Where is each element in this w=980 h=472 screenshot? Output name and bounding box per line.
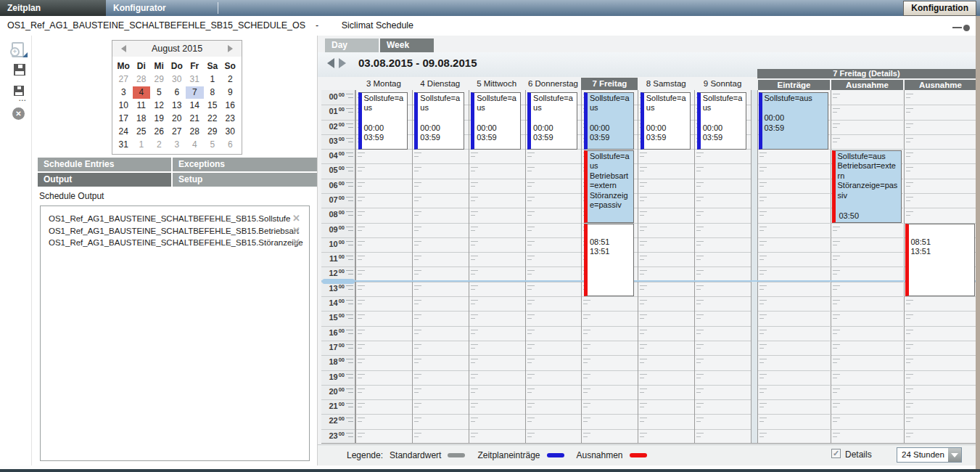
- calendar-day[interactable]: 27: [168, 126, 186, 138]
- day-header-2[interactable]: 4 Dienstag: [412, 78, 469, 90]
- delete-icon[interactable]: ✕: [12, 107, 25, 120]
- calendar-day[interactable]: 5: [150, 86, 168, 99]
- calendar-day[interactable]: 10: [115, 99, 133, 112]
- axis-tick: [348, 421, 353, 422]
- remove-output-icon[interactable]: ✕: [292, 225, 300, 237]
- schedule-entry[interactable]: Sollstufe=aus00:0003:59: [527, 92, 577, 150]
- calendar-day[interactable]: 25: [133, 126, 151, 138]
- calendar-day[interactable]: 30: [168, 73, 186, 86]
- day-header-7[interactable]: 9 Sonntag: [694, 78, 751, 90]
- calendar-day[interactable]: 23: [221, 113, 239, 125]
- grid-hour-line: [695, 193, 752, 194]
- time-axis-label: 1300: [329, 283, 345, 293]
- left-tab-output[interactable]: Output: [38, 173, 171, 187]
- schedule-entry[interactable]: Sollstufe=aus00:0003:59: [697, 92, 747, 150]
- calendar-day[interactable]: 5: [204, 139, 222, 151]
- calendar-day[interactable]: 28: [133, 73, 151, 86]
- konfiguration-button[interactable]: Konfiguration: [903, 1, 976, 16]
- calendar-day[interactable]: 9: [221, 86, 239, 99]
- new-schedule-icon[interactable]: +: [10, 42, 26, 58]
- calendar-day[interactable]: 31: [115, 139, 133, 151]
- details-checkbox[interactable]: ✓: [831, 449, 841, 458]
- calendar-day[interactable]: 2: [221, 73, 239, 86]
- calendar-day[interactable]: 24: [115, 126, 133, 138]
- calendar-day[interactable]: 4: [186, 139, 204, 151]
- calendar-day[interactable]: 17: [115, 113, 133, 125]
- output-list-item[interactable]: OS1_Ref_AG1_BAUSTEINE_SCHALTBEFEHLE_SB15…: [41, 213, 309, 225]
- calendar-day[interactable]: 6: [168, 86, 186, 99]
- calendar-day[interactable]: 13: [168, 99, 186, 112]
- axis-tick: [348, 378, 353, 378]
- calendar-day[interactable]: 30: [221, 126, 239, 138]
- left-tab-schedule-entries[interactable]: Schedule Entries: [38, 158, 171, 171]
- output-list-item[interactable]: OS1_Ref_AG1_BAUSTEINE_SCHALTBEFEHLE_SB15…: [41, 237, 309, 249]
- calendar-day[interactable]: 3: [168, 139, 186, 151]
- exception-entry[interactable]: Sollstufe=aus Betriebsart=extern Störanz…: [832, 150, 902, 223]
- calendar-day[interactable]: 6: [221, 139, 239, 151]
- time-range-dropdown[interactable]: 24 Stunden: [897, 447, 962, 463]
- schedule-output-label: Schedule Output: [39, 191, 104, 201]
- day-header-1[interactable]: 3 Montag: [355, 78, 412, 90]
- calendar-day[interactable]: 8: [204, 86, 222, 99]
- exception-entry[interactable]: 08:5113:51: [584, 224, 634, 296]
- halfhour-tick: [471, 289, 475, 290]
- schedule-entry[interactable]: Sollstufe=aus00:0003:59: [358, 92, 408, 150]
- pin-icon[interactable]: [952, 25, 970, 31]
- calendar-day[interactable]: 27: [115, 73, 133, 86]
- calendar-day[interactable]: 26: [150, 126, 168, 138]
- halfhour-tick: [640, 333, 644, 334]
- calendar-day[interactable]: 29: [204, 126, 222, 138]
- time-axis-label: 1700: [329, 342, 345, 351]
- day-header-3[interactable]: 5 Mittwoch: [469, 78, 525, 90]
- calendar-day[interactable]: 4: [133, 86, 151, 99]
- calendar-day[interactable]: 11: [133, 99, 151, 112]
- calendar-day[interactable]: 31: [186, 73, 204, 86]
- grid-hour-line: [758, 296, 830, 297]
- tab-week[interactable]: Week: [380, 38, 434, 52]
- schedule-entry[interactable]: Sollstufe=aus00:0003:59: [641, 92, 691, 150]
- calendar-day[interactable]: 14: [186, 99, 204, 112]
- prev-week-icon[interactable]: [327, 58, 334, 68]
- calendar-day[interactable]: 16: [221, 99, 239, 112]
- dropdown-button[interactable]: [948, 448, 961, 462]
- schedule-entry[interactable]: Sollstufe=aus00:0003:59: [584, 92, 634, 150]
- calendar-day[interactable]: 22: [204, 113, 222, 125]
- schedule-entry[interactable]: Sollstufe=aus00:0003:59: [414, 92, 464, 150]
- left-tab-setup[interactable]: Setup: [173, 173, 317, 187]
- calendar-day[interactable]: 19: [150, 113, 168, 125]
- detail-column-2[interactable]: [831, 90, 902, 444]
- day-header-4[interactable]: 6 Donnerstag: [525, 78, 582, 90]
- day-header-5[interactable]: 7 Freitag: [581, 78, 638, 90]
- day-header-6[interactable]: 8 Samstag: [638, 78, 694, 90]
- calendar-day[interactable]: 1: [133, 139, 151, 151]
- remove-output-icon[interactable]: ✕: [292, 213, 300, 225]
- calendar-day[interactable]: 7: [186, 86, 204, 99]
- save-icon[interactable]: [14, 64, 25, 76]
- exception-entry[interactable]: Sollstufe=aus Betriebsart=extern Störanz…: [584, 150, 634, 223]
- calendar-day[interactable]: 28: [186, 126, 204, 138]
- next-month-icon[interactable]: [228, 45, 233, 52]
- top-tab-zeitplan[interactable]: Zeitplan: [0, 0, 106, 16]
- save-as-icon[interactable]: [14, 86, 24, 96]
- calendar-day[interactable]: 3: [115, 86, 133, 99]
- top-tab-konfigurator[interactable]: Konfigurator: [106, 0, 212, 16]
- remove-output-icon[interactable]: ✕: [292, 237, 300, 249]
- calendar-day[interactable]: 1: [204, 73, 222, 86]
- halfhour-tick: [471, 200, 475, 201]
- calendar-day[interactable]: 29: [150, 73, 168, 86]
- halfhour-tick: [414, 407, 419, 407]
- calendar-day[interactable]: 18: [133, 113, 151, 125]
- exception-entry[interactable]: 08:5113:51: [905, 224, 975, 296]
- calendar-day[interactable]: 21: [186, 113, 204, 125]
- schedule-entry[interactable]: Sollstufe=aus00:0003:59: [759, 92, 828, 150]
- calendar-day[interactable]: 2: [150, 139, 168, 151]
- calendar-day[interactable]: 15: [204, 99, 222, 112]
- calendar-day[interactable]: 20: [168, 113, 186, 125]
- output-list-item[interactable]: OS1_Ref_AG1_BAUSTEINE_SCHALTBEFEHLE_SB15…: [41, 225, 309, 237]
- schedule-entry[interactable]: Sollstufe=aus00:0003:59: [471, 92, 521, 150]
- next-week-icon[interactable]: [339, 58, 346, 68]
- tab-day[interactable]: Day: [325, 38, 379, 52]
- left-tab-exceptions[interactable]: Exceptions: [173, 158, 317, 171]
- calendar-day[interactable]: 12: [150, 99, 168, 112]
- schedule-output-list[interactable]: OS1_Ref_AG1_BAUSTEINE_SCHALTBEFEHLE_SB15…: [40, 206, 310, 461]
